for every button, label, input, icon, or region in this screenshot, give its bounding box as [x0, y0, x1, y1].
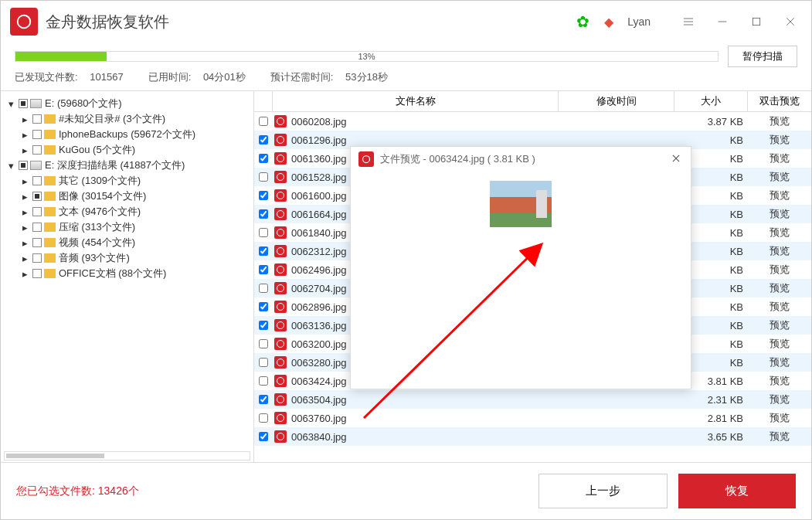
- file-checkbox[interactable]: [259, 376, 268, 386]
- app-window: 金舟数据恢复软件 ✿ ◆ Lyan 13% 暂停扫描 已发现文件数: 10156…: [0, 0, 812, 520]
- file-checkbox[interactable]: [259, 432, 268, 441]
- tree-checkbox[interactable]: [32, 145, 42, 155]
- col-size[interactable]: 大小: [674, 91, 748, 111]
- chevron-right-icon[interactable]: ▸: [21, 270, 29, 278]
- tree-item[interactable]: ▸KuGou (5个文件): [4, 142, 250, 158]
- preview-link[interactable]: 预览: [748, 337, 811, 351]
- tree-item[interactable]: ▸IphoneBackups (59672个文件): [4, 127, 250, 142]
- chevron-right-icon[interactable]: ▸: [21, 115, 29, 124]
- wechat-icon[interactable]: ✿: [575, 14, 590, 29]
- file-checkbox[interactable]: [259, 395, 268, 404]
- tree-item[interactable]: ▸视频 (454个文件): [4, 235, 250, 250]
- tree-label: #未知父目录# (3个文件): [59, 112, 165, 126]
- file-checkbox[interactable]: [259, 191, 268, 200]
- chevron-right-icon[interactable]: ▸: [21, 254, 29, 263]
- chevron-right-icon[interactable]: ▸: [21, 131, 29, 139]
- file-row[interactable]: 0063840.jpg3.65 KB预览: [254, 427, 811, 446]
- file-row[interactable]: 0063760.jpg2.81 KB预览: [254, 409, 811, 427]
- back-button[interactable]: 上一步: [539, 474, 668, 508]
- file-checkbox[interactable]: [259, 246, 268, 256]
- preview-link[interactable]: 预览: [748, 374, 811, 388]
- menu-button[interactable]: [677, 10, 700, 33]
- file-name: 0062496.jpg: [291, 264, 347, 276]
- tree-checkbox[interactable]: [32, 269, 42, 278]
- file-checkbox[interactable]: [259, 413, 268, 423]
- tree-item[interactable]: ▸OFFICE文档 (88个文件): [4, 266, 250, 281]
- tree-checkbox[interactable]: [32, 114, 42, 124]
- minimize-button[interactable]: [711, 10, 734, 33]
- tree-checkbox[interactable]: [32, 207, 42, 216]
- preview-link[interactable]: 预览: [748, 151, 811, 165]
- file-checkbox[interactable]: [259, 117, 268, 126]
- tree-item[interactable]: ▾E: (59680个文件): [4, 96, 250, 111]
- preview-link[interactable]: 预览: [748, 244, 811, 258]
- file-checkbox[interactable]: [259, 284, 268, 293]
- svg-rect-1: [753, 18, 759, 25]
- file-checkbox[interactable]: [259, 265, 268, 274]
- col-filename[interactable]: 文件名称: [273, 91, 559, 111]
- file-checkbox[interactable]: [259, 172, 268, 182]
- file-checkbox[interactable]: [259, 321, 268, 330]
- preview-link[interactable]: 预览: [748, 133, 811, 147]
- chevron-down-icon[interactable]: ▾: [7, 161, 15, 170]
- preview-link[interactable]: 预览: [748, 430, 811, 444]
- chevron-right-icon[interactable]: ▸: [21, 239, 29, 247]
- col-check[interactable]: [254, 91, 273, 111]
- chevron-right-icon[interactable]: ▸: [21, 192, 29, 201]
- preview-link[interactable]: 预览: [748, 318, 811, 332]
- tree-checkbox[interactable]: [32, 192, 42, 201]
- file-checkbox[interactable]: [259, 339, 268, 348]
- tree-item[interactable]: ▸文本 (9476个文件): [4, 204, 250, 219]
- tree-item[interactable]: ▸#未知父目录# (3个文件): [4, 111, 250, 127]
- file-row[interactable]: 0063504.jpg2.31 KB预览: [254, 390, 811, 409]
- tree-item[interactable]: ▸图像 (30154个文件): [4, 189, 250, 204]
- file-checkbox[interactable]: [259, 209, 268, 219]
- file-size: KB: [674, 134, 748, 146]
- chevron-right-icon[interactable]: ▸: [21, 177, 29, 185]
- tree-checkbox[interactable]: [32, 253, 42, 263]
- chevron-down-icon[interactable]: ▾: [7, 100, 15, 108]
- chevron-right-icon[interactable]: ▸: [21, 223, 29, 232]
- tree-checkbox[interactable]: [32, 223, 42, 232]
- tree-item[interactable]: ▾E: 深度扫描结果 (41887个文件): [4, 158, 250, 173]
- username-label[interactable]: Lyan: [627, 15, 651, 28]
- tree-checkbox[interactable]: [32, 176, 42, 185]
- vip-diamond-icon[interactable]: ◆: [601, 14, 617, 29]
- preview-close-button[interactable]: [671, 153, 683, 165]
- file-checkbox[interactable]: [259, 358, 268, 367]
- tree-checkbox[interactable]: [32, 130, 42, 139]
- file-checkbox[interactable]: [259, 154, 268, 163]
- pause-scan-button[interactable]: 暂停扫描: [728, 46, 797, 67]
- tree-horizontal-scrollbar[interactable]: [4, 451, 250, 461]
- file-checkbox[interactable]: [259, 135, 268, 144]
- chevron-right-icon[interactable]: ▸: [21, 208, 29, 216]
- tree-checkbox[interactable]: [19, 161, 28, 170]
- preview-link[interactable]: 预览: [748, 207, 811, 221]
- preview-link[interactable]: 预览: [748, 263, 811, 277]
- col-preview[interactable]: 双击预览: [748, 91, 811, 111]
- preview-link[interactable]: 预览: [748, 170, 811, 184]
- preview-link[interactable]: 预览: [748, 300, 811, 314]
- preview-link[interactable]: 预览: [748, 355, 811, 369]
- close-button[interactable]: [779, 10, 802, 33]
- col-date[interactable]: 修改时间: [559, 91, 674, 111]
- maximize-button[interactable]: [745, 10, 768, 33]
- preview-link[interactable]: 预览: [748, 189, 811, 202]
- tree-item[interactable]: ▸压缩 (313个文件): [4, 219, 250, 235]
- chevron-right-icon[interactable]: ▸: [21, 146, 29, 155]
- tree-checkbox[interactable]: [32, 238, 42, 247]
- preview-link[interactable]: 预览: [748, 393, 811, 406]
- preview-link[interactable]: 预览: [748, 411, 811, 425]
- tree-item[interactable]: ▸其它 (1309个文件): [4, 173, 250, 189]
- preview-link[interactable]: 预览: [748, 281, 811, 295]
- tree-label: 文本 (9476个文件): [59, 205, 141, 219]
- image-file-icon: [274, 301, 287, 313]
- file-checkbox[interactable]: [259, 228, 268, 237]
- tree-item[interactable]: ▸音频 (93个文件): [4, 250, 250, 266]
- preview-link[interactable]: 预览: [748, 114, 811, 128]
- preview-link[interactable]: 预览: [748, 226, 811, 240]
- tree-checkbox[interactable]: [19, 99, 28, 108]
- file-checkbox[interactable]: [259, 302, 268, 311]
- recover-button[interactable]: 恢复: [678, 474, 796, 508]
- file-row[interactable]: 0060208.jpg3.87 KB预览: [254, 112, 811, 131]
